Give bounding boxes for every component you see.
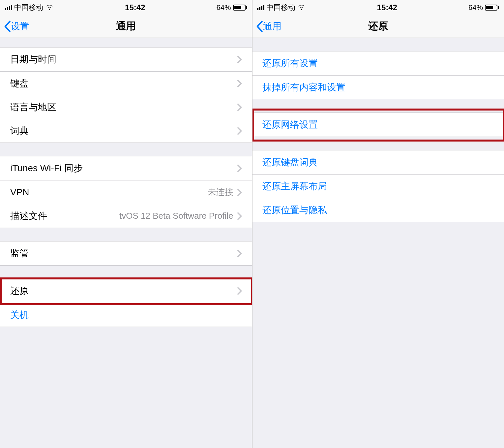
cell-erase-all[interactable]: 抹掉所有内容和设置 bbox=[252, 75, 504, 99]
cell-reset-keyboard[interactable]: 还原键盘词典 bbox=[252, 150, 504, 174]
cell-label: iTunes Wi-Fi 同步 bbox=[10, 162, 237, 175]
chevron-right-icon bbox=[237, 80, 242, 87]
cell-label: 关机 bbox=[10, 309, 242, 321]
cell-label: 抹掉所有内容和设置 bbox=[262, 81, 494, 94]
status-right: 64% bbox=[216, 3, 247, 12]
cell-label: 还原网络设置 bbox=[262, 118, 494, 131]
group-reset-network: 还原网络设置 bbox=[252, 112, 504, 137]
settings-list: 日期与时间 键盘 语言与地区 词典 iTun bbox=[0, 38, 252, 448]
cell-label: 还原位置与隐私 bbox=[262, 204, 494, 216]
cell-label: 还原 bbox=[10, 285, 237, 297]
cellular-signal-icon bbox=[5, 5, 12, 10]
back-label: 设置 bbox=[11, 20, 29, 33]
cell-label: 还原所有设置 bbox=[262, 57, 494, 70]
cell-label: 词典 bbox=[10, 125, 237, 137]
cell-shutdown[interactable]: 关机 bbox=[0, 303, 252, 327]
back-button[interactable]: 通用 bbox=[252, 20, 282, 33]
group-reset-all: 还原所有设置 抹掉所有内容和设置 bbox=[252, 51, 504, 99]
group-datetime: 日期与时间 键盘 语言与地区 词典 bbox=[0, 47, 252, 143]
cell-label: VPN bbox=[10, 187, 208, 198]
phone-left: 中国移动 15:42 64% 设置 通用 bbox=[0, 0, 252, 448]
chevron-right-icon bbox=[237, 249, 242, 257]
chevron-right-icon bbox=[237, 287, 242, 295]
chevron-right-icon bbox=[237, 188, 242, 196]
cell-reset-all-settings[interactable]: 还原所有设置 bbox=[252, 51, 504, 75]
group-reset-other: 还原键盘词典 还原主屏幕布局 还原位置与隐私 bbox=[252, 150, 504, 222]
page-title: 通用 bbox=[0, 19, 252, 33]
chevron-right-icon bbox=[237, 103, 242, 111]
cell-keyboard[interactable]: 键盘 bbox=[0, 71, 252, 95]
cell-profile[interactable]: 描述文件 tvOS 12 Beta Software Profile bbox=[0, 204, 252, 228]
chevron-right-icon bbox=[237, 212, 242, 220]
group-supervision: 监管 bbox=[0, 241, 252, 266]
cell-label: 日期与时间 bbox=[10, 53, 237, 66]
dual-screenshot: 中国移动 15:42 64% 设置 通用 bbox=[0, 0, 504, 448]
cell-reset-location-privacy[interactable]: 还原位置与隐私 bbox=[252, 198, 504, 222]
nav-bar: 通用 还原 bbox=[252, 15, 504, 38]
wifi-icon bbox=[45, 4, 54, 11]
cell-reset-network[interactable]: 还原网络设置 bbox=[252, 113, 504, 137]
status-left: 中国移动 bbox=[5, 3, 54, 13]
status-time: 15:42 bbox=[377, 3, 397, 12]
cell-label: 键盘 bbox=[10, 77, 237, 90]
battery-percent: 64% bbox=[468, 3, 483, 12]
back-label: 通用 bbox=[263, 20, 282, 33]
cell-reset-home-layout[interactable]: 还原主屏幕布局 bbox=[252, 174, 504, 198]
cellular-signal-icon bbox=[257, 5, 264, 10]
carrier-label: 中国移动 bbox=[266, 3, 295, 13]
cell-itunes-wifi-sync[interactable]: iTunes Wi-Fi 同步 bbox=[0, 156, 252, 180]
back-button[interactable]: 设置 bbox=[0, 20, 29, 33]
battery-icon bbox=[485, 5, 499, 11]
carrier-label: 中国移动 bbox=[14, 3, 43, 13]
status-right: 64% bbox=[468, 3, 499, 12]
cell-label: 语言与地区 bbox=[10, 101, 237, 113]
battery-icon bbox=[233, 5, 247, 11]
chevron-left-icon bbox=[4, 20, 11, 32]
phone-right: 中国移动 15:42 64% 通用 还原 bbox=[252, 0, 504, 448]
status-left: 中国移动 bbox=[257, 3, 306, 13]
cell-label: 监管 bbox=[10, 247, 237, 260]
chevron-right-icon bbox=[237, 164, 242, 172]
cell-label: 还原主屏幕布局 bbox=[262, 180, 494, 193]
chevron-right-icon bbox=[237, 127, 242, 135]
cell-dictionary[interactable]: 词典 bbox=[0, 119, 252, 143]
chevron-left-icon bbox=[256, 20, 263, 32]
cell-label: 描述文件 bbox=[10, 210, 119, 222]
group-network: iTunes Wi-Fi 同步 VPN 未连接 描述文件 tvOS 12 Bet… bbox=[0, 156, 252, 228]
cell-vpn[interactable]: VPN 未连接 bbox=[0, 180, 252, 204]
status-bar: 中国移动 15:42 64% bbox=[0, 0, 252, 15]
status-time: 15:42 bbox=[125, 3, 145, 12]
cell-language-region[interactable]: 语言与地区 bbox=[0, 95, 252, 119]
cell-supervision[interactable]: 监管 bbox=[0, 241, 252, 265]
group-reset-shutdown: 还原 关机 bbox=[0, 279, 252, 327]
chevron-right-icon bbox=[237, 55, 242, 63]
battery-percent: 64% bbox=[216, 3, 231, 12]
cell-date-time[interactable]: 日期与时间 bbox=[0, 48, 252, 71]
cell-reset[interactable]: 还原 bbox=[0, 279, 252, 303]
wifi-icon bbox=[297, 4, 306, 11]
reset-list: 还原所有设置 抹掉所有内容和设置 还原网络设置 还原键盘词典 还原主屏幕布局 bbox=[252, 38, 504, 448]
page-title: 还原 bbox=[252, 19, 504, 33]
nav-bar: 设置 通用 bbox=[0, 15, 252, 38]
status-bar: 中国移动 15:42 64% bbox=[252, 0, 504, 15]
cell-label: 还原键盘词典 bbox=[262, 156, 494, 169]
cell-value: tvOS 12 Beta Software Profile bbox=[119, 211, 233, 221]
cell-value: 未连接 bbox=[208, 186, 233, 198]
